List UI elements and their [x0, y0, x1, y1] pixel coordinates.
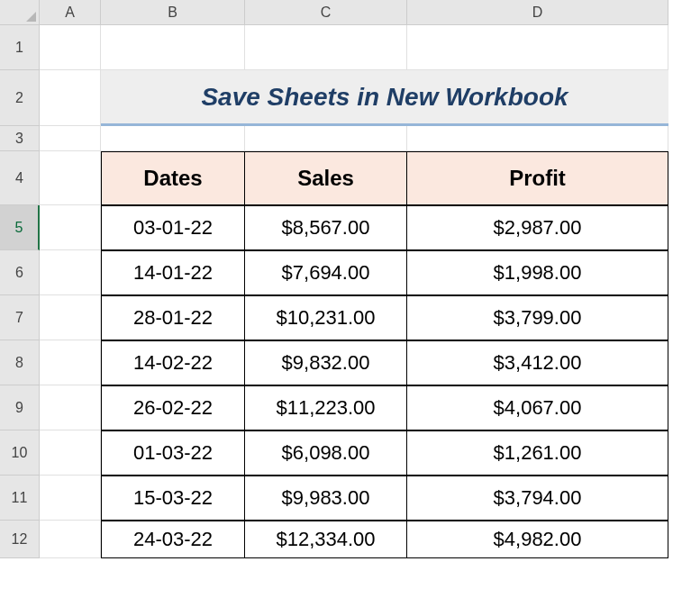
row-header-10[interactable]: 10	[0, 430, 40, 476]
cell-d3[interactable]	[407, 126, 668, 151]
table-cell-date[interactable]: 24-03-22	[101, 521, 245, 558]
table-cell-profit[interactable]: $2,987.00	[407, 205, 668, 250]
cell-d1[interactable]	[407, 25, 668, 70]
page-title[interactable]: Save Sheets in New Workbook	[101, 70, 668, 126]
table-cell-sales[interactable]: $9,832.00	[245, 340, 407, 385]
table-cell-profit[interactable]: $4,982.00	[407, 521, 668, 558]
row-header-8[interactable]: 8	[0, 340, 40, 385]
cell-a5[interactable]	[40, 205, 101, 250]
row-header-5[interactable]: 5	[0, 205, 40, 250]
row-header-6[interactable]: 6	[0, 250, 40, 295]
table-header-dates[interactable]: Dates	[101, 151, 245, 205]
cell-b1[interactable]	[101, 25, 245, 70]
cell-c1[interactable]	[245, 25, 407, 70]
cell-a10[interactable]	[40, 430, 101, 476]
row-header-2[interactable]: 2	[0, 70, 40, 126]
row-header-7[interactable]: 7	[0, 295, 40, 340]
cell-a8[interactable]	[40, 340, 101, 385]
table-header-profit[interactable]: Profit	[407, 151, 668, 205]
table-cell-profit[interactable]: $3,412.00	[407, 340, 668, 385]
row-header-1[interactable]: 1	[0, 25, 40, 70]
table-cell-date[interactable]: 03-01-22	[101, 205, 245, 250]
table-header-sales[interactable]: Sales	[245, 151, 407, 205]
table-cell-profit[interactable]: $1,261.00	[407, 430, 668, 476]
table-cell-sales[interactable]: $10,231.00	[245, 295, 407, 340]
table-cell-date[interactable]: 15-03-22	[101, 476, 245, 521]
cell-a11[interactable]	[40, 476, 101, 521]
table-cell-date[interactable]: 14-01-22	[101, 250, 245, 295]
col-header-a[interactable]: A	[40, 0, 101, 25]
cell-a7[interactable]	[40, 295, 101, 340]
select-all-corner[interactable]	[0, 0, 40, 25]
table-cell-sales[interactable]: $9,983.00	[245, 476, 407, 521]
table-cell-sales[interactable]: $11,223.00	[245, 385, 407, 430]
col-header-c[interactable]: C	[245, 0, 407, 25]
row-header-4[interactable]: 4	[0, 151, 40, 205]
spreadsheet-grid: A B C D 1 2 Save Sheets in New Workbook …	[0, 0, 691, 558]
col-header-b[interactable]: B	[101, 0, 245, 25]
table-cell-date[interactable]: 26-02-22	[101, 385, 245, 430]
cell-b3[interactable]	[101, 126, 245, 151]
row-header-3[interactable]: 3	[0, 126, 40, 151]
row-header-11[interactable]: 11	[0, 476, 40, 521]
cell-a12[interactable]	[40, 521, 101, 558]
table-cell-sales[interactable]: $8,567.00	[245, 205, 407, 250]
cell-a6[interactable]	[40, 250, 101, 295]
cell-a9[interactable]	[40, 385, 101, 430]
table-cell-profit[interactable]: $4,067.00	[407, 385, 668, 430]
table-cell-date[interactable]: 01-03-22	[101, 430, 245, 476]
table-cell-profit[interactable]: $1,998.00	[407, 250, 668, 295]
row-header-9[interactable]: 9	[0, 385, 40, 430]
table-cell-date[interactable]: 28-01-22	[101, 295, 245, 340]
cell-a3[interactable]	[40, 126, 101, 151]
cell-a1[interactable]	[40, 25, 101, 70]
table-cell-profit[interactable]: $3,794.00	[407, 476, 668, 521]
table-cell-sales[interactable]: $6,098.00	[245, 430, 407, 476]
table-cell-sales[interactable]: $12,334.00	[245, 521, 407, 558]
table-cell-date[interactable]: 14-02-22	[101, 340, 245, 385]
cell-c3[interactable]	[245, 126, 407, 151]
table-cell-sales[interactable]: $7,694.00	[245, 250, 407, 295]
cell-a2[interactable]	[40, 70, 101, 126]
col-header-d[interactable]: D	[407, 0, 668, 25]
cell-a4[interactable]	[40, 151, 101, 205]
row-header-12[interactable]: 12	[0, 521, 40, 558]
table-cell-profit[interactable]: $3,799.00	[407, 295, 668, 340]
